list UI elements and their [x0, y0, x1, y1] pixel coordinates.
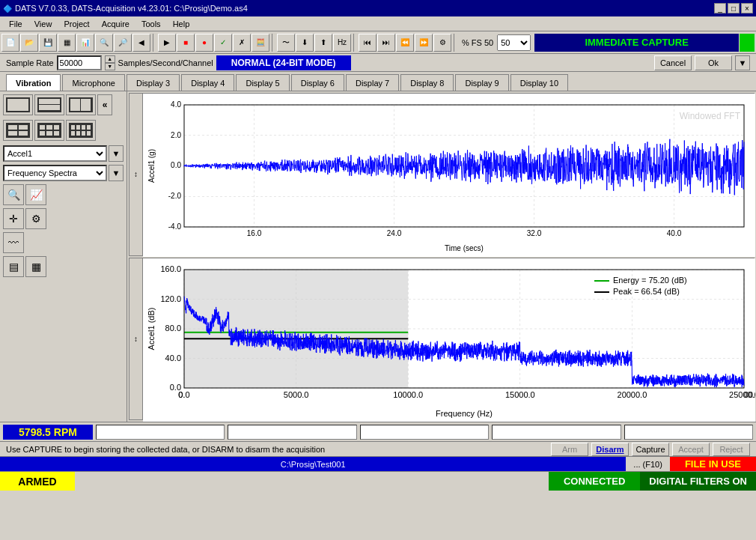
icon-chart-zoom[interactable]: 📈: [25, 184, 46, 205]
rpm-cell-3: [360, 425, 489, 440]
digital-filters-status: DIGITAL FILTERS ON: [640, 472, 756, 491]
icon-bars[interactable]: ▤: [3, 256, 24, 277]
analysis-dropdown-btn[interactable]: ▼: [109, 165, 124, 181]
tb-zoom-in[interactable]: 🔍: [95, 34, 113, 52]
tab-display8[interactable]: Display 8: [400, 74, 454, 91]
tb-left[interactable]: ◀: [132, 34, 150, 52]
tb-wave[interactable]: 〜: [277, 34, 295, 52]
icon-btn-row-3: 〰: [3, 232, 124, 253]
tab-microphone[interactable]: Microphone: [62, 74, 124, 91]
icon-btn-row-1: 🔍 📈: [3, 184, 124, 205]
cancel-button[interactable]: Cancel: [654, 55, 692, 70]
spinner-up[interactable]: ▲: [105, 55, 115, 63]
icon-wave2[interactable]: 〰: [3, 232, 24, 253]
analysis-dropdown[interactable]: Frequency Spectra: [3, 165, 107, 181]
tb-prev[interactable]: ⏮: [359, 34, 377, 52]
panel-collapse[interactable]: «: [97, 94, 112, 115]
tb-open[interactable]: 📂: [20, 34, 38, 52]
title-text: DATS V7.0.33, DATS-Acquisition v4.23.01:…: [15, 4, 248, 13]
settings-dropdown[interactable]: ▼: [735, 55, 750, 70]
channel-dropdown[interactable]: Accel1: [3, 145, 107, 162]
tb-save[interactable]: 💾: [39, 34, 57, 52]
rpm-cell-4: [492, 425, 621, 440]
tab-display9[interactable]: Display 9: [455, 74, 508, 91]
sample-rate-label: Sample Rate: [6, 58, 54, 67]
tb-gear[interactable]: ⚙: [433, 34, 451, 52]
tab-bar: Vibration Microphone Display 3 Display 4…: [0, 72, 756, 91]
title-bar: 🔷 DATS V7.0.33, DATS-Acquisition v4.23.0…: [0, 0, 756, 16]
fs-dropdown[interactable]: 50 100: [497, 34, 531, 51]
icon-btn-row-2: ✛ ⚙: [3, 208, 124, 229]
fs-label: % FS 50: [459, 38, 496, 47]
tb-up[interactable]: ⬆: [314, 34, 332, 52]
disarm-button[interactable]: Disarm: [591, 443, 629, 456]
tb-record[interactable]: ●: [195, 34, 213, 52]
close-button[interactable]: ×: [741, 3, 753, 13]
icon-zoom[interactable]: 🔍: [3, 184, 24, 205]
action-bar: Use CAPTURE to begin storing the collect…: [0, 441, 756, 456]
tb-next[interactable]: ⏭: [377, 34, 395, 52]
toolbar: 📄 📂 💾 ▦ 📊 🔍 🔎 ◀ ▶ ■ ● ✓ ✗ 🧮 〜 ⬇ ⬆ Hz ⏮ ⏭…: [0, 31, 756, 54]
tb-zoom-out[interactable]: 🔎: [114, 34, 132, 52]
menu-file[interactable]: File: [3, 18, 28, 30]
menu-view[interactable]: View: [28, 18, 58, 30]
tab-display10[interactable]: Display 10: [510, 74, 568, 91]
file-path-shortcut: ... (F10): [626, 457, 670, 471]
layout-split-h[interactable]: [34, 94, 64, 115]
tb-down[interactable]: ⬇: [296, 34, 314, 52]
layout-quad[interactable]: [3, 120, 33, 141]
tab-display7[interactable]: Display 7: [346, 74, 399, 91]
menu-tools[interactable]: Tools: [135, 18, 167, 30]
tab-display4[interactable]: Display 4: [181, 74, 234, 91]
rpm-cell-2: [228, 425, 356, 440]
reject-button[interactable]: Reject: [713, 443, 750, 456]
menu-project[interactable]: Project: [58, 18, 95, 30]
sample-rate-input[interactable]: [57, 55, 102, 70]
accept-button[interactable]: Accept: [672, 443, 710, 456]
tab-display3[interactable]: Display 3: [126, 74, 180, 91]
arm-button[interactable]: Arm: [551, 443, 588, 456]
channel-dropdown-btn[interactable]: ▼: [109, 145, 124, 162]
file-path: C:\Prosig\Test001: [0, 457, 626, 471]
rpm-cell-1: [96, 425, 225, 440]
layout-split-v[interactable]: [66, 94, 96, 115]
sample-rate-bar: Sample Rate ▲ ▼ Samples/Second/Channel N…: [0, 54, 756, 72]
menu-acquire[interactable]: Acquire: [96, 18, 135, 30]
capture-bar: IMMEDIATE CAPTURE: [534, 34, 739, 52]
tb-grid[interactable]: ▦: [58, 34, 76, 52]
rpm-cell-5: [624, 425, 753, 440]
status-middle: [75, 472, 549, 491]
tb-check[interactable]: ✓: [214, 34, 232, 52]
tb-play[interactable]: ▶: [158, 34, 176, 52]
tab-display5[interactable]: Display 5: [236, 74, 289, 91]
tb-forward[interactable]: ⏩: [415, 34, 433, 52]
tb-new[interactable]: 📄: [1, 34, 19, 52]
icon-btn-row-4: ▤ ▦: [3, 256, 124, 277]
tb-calc[interactable]: 🧮: [252, 34, 269, 52]
tb-x[interactable]: ✗: [233, 34, 251, 52]
app-icon: 🔷: [3, 4, 12, 13]
menu-help[interactable]: Help: [167, 18, 196, 30]
sample-rate-spinner[interactable]: ▲ ▼: [105, 55, 115, 70]
tb-rewind[interactable]: ⏪: [396, 34, 414, 52]
tab-vibration[interactable]: Vibration: [6, 74, 61, 91]
icon-crosshair[interactable]: ✛: [3, 208, 24, 229]
chart-collapse-top[interactable]: ↕: [129, 94, 143, 255]
tab-display6[interactable]: Display 6: [291, 74, 344, 91]
icon-settings2[interactable]: ⚙: [25, 208, 46, 229]
rpm-value: 5798.5 RPM: [3, 425, 93, 440]
tb-chart[interactable]: 📊: [76, 34, 94, 52]
minimize-button[interactable]: _: [714, 3, 726, 13]
maximize-button[interactable]: □: [728, 3, 740, 13]
tb-freq[interactable]: Hz: [333, 34, 351, 52]
layout-six[interactable]: [34, 120, 64, 141]
icon-grid2[interactable]: ▦: [25, 256, 46, 277]
tb-stop[interactable]: ■: [177, 34, 195, 52]
layout-eight[interactable]: [66, 120, 96, 141]
spinner-down[interactable]: ▼: [105, 63, 115, 70]
capture-button[interactable]: Capture: [632, 443, 669, 456]
ok-button[interactable]: Ok: [695, 55, 732, 70]
layout-single[interactable]: [3, 94, 33, 115]
chart-collapse-bottom[interactable]: ↕: [129, 258, 143, 420]
left-panel: « Accel1 ▼ Frequency Spectra: [0, 91, 127, 422]
